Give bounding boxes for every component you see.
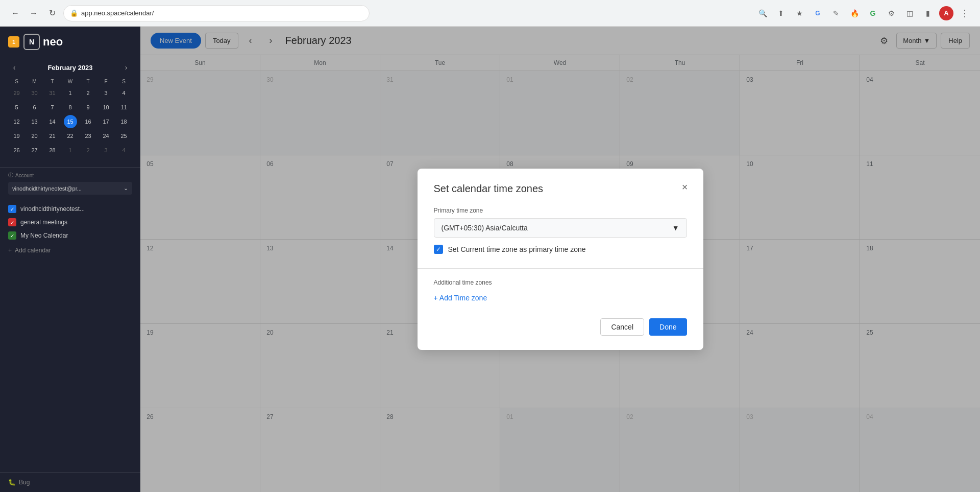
- list-item[interactable]: 17: [100, 115, 113, 128]
- list-item[interactable]: 30: [28, 86, 41, 100]
- url-text: app.neo.space/calendar/: [81, 9, 154, 17]
- calendar-checkbox-blue: ✓: [8, 205, 16, 213]
- list-item[interactable]: 8: [64, 101, 77, 114]
- list-item[interactable]: 11: [117, 101, 131, 114]
- calendar-item-personal[interactable]: ✓ vinodhcidthirtyneotest...: [8, 205, 132, 213]
- chevron-down-icon: ▼: [672, 224, 679, 232]
- list-item[interactable]: 6: [28, 101, 41, 114]
- list-item[interactable]: 25: [117, 129, 131, 143]
- add-timezone-button[interactable]: + Add Time zone: [434, 294, 487, 302]
- list-item[interactable]: 10: [100, 101, 113, 114]
- list-item[interactable]: 7: [46, 101, 59, 114]
- cancel-button[interactable]: Cancel: [600, 318, 644, 336]
- calendar-label-meetings: general meetings: [20, 219, 67, 226]
- add-calendar-button[interactable]: + Add calendar: [8, 245, 132, 256]
- bug-button[interactable]: 🐛 Bug: [8, 479, 132, 486]
- list-item[interactable]: 1: [64, 144, 77, 157]
- list-item[interactable]: 5: [10, 101, 23, 114]
- sidebar-account: ⓘ Account vinodhcidthirtyneotest@pr... ⌄: [0, 167, 140, 199]
- refresh-button[interactable]: ↻: [45, 6, 59, 20]
- puzzle-icon[interactable]: ⚙: [884, 6, 898, 20]
- cast-icon[interactable]: ◫: [902, 6, 917, 20]
- list-item[interactable]: 2: [82, 144, 95, 157]
- notification-badge: 1: [8, 36, 19, 48]
- browser-toolbar-icons: 🔍 ⬆ ★ G ✎ 🔥 G ⚙ ◫ ▮ A ⋮: [755, 6, 972, 20]
- list-item[interactable]: 16: [82, 115, 95, 128]
- search-icon[interactable]: 🔍: [755, 6, 770, 20]
- pencil-icon[interactable]: ✎: [829, 6, 843, 20]
- user-avatar[interactable]: A: [939, 6, 953, 20]
- sidebar: 1 N neo ‹ February 2023 › S M T W T F S: [0, 27, 140, 492]
- list-item[interactable]: 4: [117, 86, 131, 100]
- mini-cal-dow-t1: T: [44, 78, 61, 85]
- forward-button[interactable]: →: [27, 6, 41, 20]
- calendar-checkbox-green: ✓: [8, 231, 16, 240]
- mini-cal-prev[interactable]: ‹: [8, 61, 20, 74]
- sidebar-footer: 🐛 Bug: [0, 472, 140, 492]
- list-item[interactable]: 27: [28, 144, 41, 157]
- neo-logo-icon: N: [23, 34, 40, 50]
- list-item[interactable]: 9: [82, 101, 95, 114]
- list-item[interactable]: 31: [46, 86, 59, 100]
- current-timezone-checkbox[interactable]: ✓: [434, 245, 443, 254]
- mini-cal-next[interactable]: ›: [120, 61, 132, 74]
- account-label: ⓘ Account: [8, 172, 132, 179]
- list-item[interactable]: 21: [46, 129, 59, 143]
- list-item[interactable]: 20: [28, 129, 41, 143]
- modal-close-button[interactable]: ×: [677, 179, 693, 195]
- timezone-dropdown[interactable]: (GMT+05:30) Asia/Calcutta ▼: [434, 218, 687, 238]
- calendar-main: New Event Today ‹ › February 2023 ⚙ Mont…: [140, 27, 980, 492]
- checkbox-row: ✓ Set Current time zone as primary time …: [434, 245, 687, 254]
- calendar-label-neo: My Neo Calendar: [20, 232, 68, 239]
- mini-cal-dow-t2: T: [80, 78, 96, 85]
- address-bar[interactable]: 🔒 app.neo.space/calendar/: [63, 5, 370, 21]
- mini-cal-dow-f: F: [97, 78, 114, 85]
- list-item[interactable]: 28: [46, 144, 59, 157]
- translate-icon[interactable]: G: [811, 6, 825, 20]
- back-button[interactable]: ←: [8, 6, 22, 20]
- menu-icon[interactable]: ⋮: [958, 6, 972, 20]
- mini-cal-today[interactable]: 15: [64, 115, 77, 128]
- list-item[interactable]: 1: [64, 86, 77, 100]
- list-item[interactable]: 26: [10, 144, 23, 157]
- list-item[interactable]: 3: [100, 144, 113, 157]
- additional-zones-label: Additional time zones: [434, 279, 687, 286]
- sidebar-icon[interactable]: ▮: [921, 6, 935, 20]
- list-item[interactable]: 22: [64, 129, 77, 143]
- list-item[interactable]: 12: [10, 115, 23, 128]
- app-container: 1 N neo ‹ February 2023 › S M T W T F S: [0, 27, 980, 492]
- done-button[interactable]: Done: [649, 318, 687, 336]
- list-item[interactable]: 3: [100, 86, 113, 100]
- mini-cal-dow-s1: S: [8, 78, 25, 85]
- browser-chrome: ← → ↻ 🔒 app.neo.space/calendar/ 🔍 ⬆ ★ G …: [0, 0, 980, 27]
- calendars-list: ✓ vinodhcidthirtyneotest... ✓ general me…: [0, 199, 140, 262]
- list-item[interactable]: 18: [117, 115, 131, 128]
- share-icon[interactable]: ⬆: [774, 6, 788, 20]
- sidebar-header: 1 N neo: [0, 27, 140, 57]
- modal-overlay[interactable]: Set calendar time zones × Primary time z…: [140, 27, 980, 492]
- modal-footer: Cancel Done: [434, 318, 687, 336]
- calendar-item-meetings[interactable]: ✓ general meetings: [8, 218, 132, 226]
- list-item[interactable]: 2: [82, 86, 95, 100]
- list-item[interactable]: 13: [28, 115, 41, 128]
- neo-logo-text: neo: [43, 35, 63, 49]
- list-item[interactable]: 24: [100, 129, 113, 143]
- bookmark-icon[interactable]: ★: [792, 6, 806, 20]
- list-item[interactable]: 19: [10, 129, 23, 143]
- flame-icon[interactable]: 🔥: [847, 6, 862, 20]
- timezone-value: (GMT+05:30) Asia/Calcutta: [442, 224, 528, 232]
- calendar-checkbox-red: ✓: [8, 218, 16, 226]
- bug-icon: 🐛: [8, 479, 16, 486]
- list-item[interactable]: 23: [82, 129, 95, 143]
- list-item[interactable]: 4: [117, 144, 131, 157]
- list-item[interactable]: 29: [10, 86, 23, 100]
- mini-calendar: ‹ February 2023 › S M T W T F S 29 30 31…: [0, 57, 140, 165]
- list-item[interactable]: 14: [46, 115, 59, 128]
- lock-icon: 🔒: [70, 9, 78, 17]
- account-select[interactable]: vinodhcidthirtyneotest@pr... ⌄: [8, 182, 132, 195]
- mini-cal-title: February 2023: [47, 64, 92, 72]
- calendar-item-neo[interactable]: ✓ My Neo Calendar: [8, 231, 132, 240]
- extension-icon-g[interactable]: G: [866, 6, 880, 20]
- primary-timezone-label: Primary time zone: [434, 207, 687, 214]
- mini-cal-dow-s2: S: [115, 78, 132, 85]
